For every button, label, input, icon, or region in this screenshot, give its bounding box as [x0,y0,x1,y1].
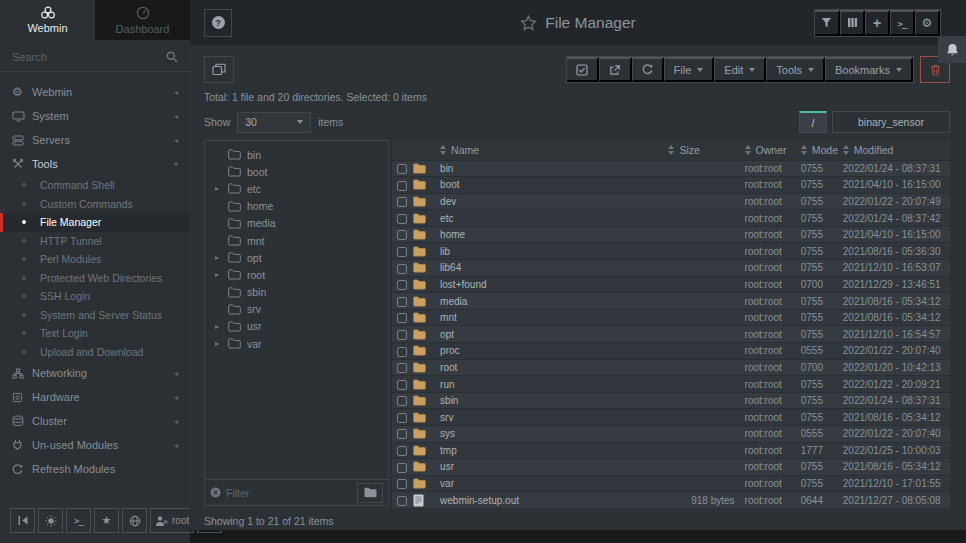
check-square-button[interactable] [567,57,599,82]
tree-item-usr[interactable]: ▸usr [205,318,388,335]
sidebar-item-command-shell[interactable]: Command Shell [0,176,190,195]
tree-item-root[interactable]: ▸root [205,266,388,283]
sidebar-item-servers[interactable]: Servers◂ [0,128,190,152]
expand-caret-icon[interactable]: ▸ [215,339,228,348]
cell-name[interactable]: proc [440,343,668,360]
tree-filter-input[interactable] [226,487,352,499]
tree-item-sbin[interactable]: sbin [205,284,388,301]
sort-icon[interactable] [801,145,807,155]
row-checkbox[interactable] [397,280,407,290]
row-checkbox[interactable] [397,264,407,274]
table-row[interactable]: optroot:root07552021/12/10 - 16:54:57 [392,326,950,343]
table-row[interactable]: mntroot:root07552021/08/16 - 05:34:12 [392,309,950,326]
row-checkbox[interactable] [397,496,407,506]
table-row[interactable]: sbinroot:root07552022/01/24 - 08:37:31 [392,392,950,409]
help-button[interactable]: ? [204,9,232,37]
row-checkbox[interactable] [397,247,407,257]
cell-name[interactable]: home [440,226,668,243]
sidebar-item-text-login[interactable]: Text Login [0,324,190,343]
tree-item-srv[interactable]: srv [205,301,388,318]
row-checkbox[interactable] [397,214,407,224]
tree-folder-button[interactable] [357,483,383,503]
tree-item-bin[interactable]: bin [205,146,388,163]
refresh-button[interactable] [632,57,664,82]
tree-item-mnt[interactable]: mnt [205,232,388,249]
cell-name[interactable]: sys [440,426,668,443]
tree-item-var[interactable]: ▸var [205,335,388,352]
row-checkbox[interactable] [397,197,407,207]
show-count-select[interactable]: 30 [237,112,311,133]
root-path-button[interactable]: / [799,111,827,133]
expand-caret-icon[interactable]: ▸ [215,322,228,331]
cell-name[interactable]: lib [440,243,668,260]
cell-name[interactable]: var [440,475,668,492]
tab-webmin[interactable]: Webmin [0,0,95,40]
cell-name[interactable]: root [440,359,668,376]
filter-button[interactable] [815,10,840,36]
column-header-name[interactable]: Name [440,140,668,160]
copy-icon-button[interactable] [204,56,234,83]
sidebar-item-ssh-login[interactable]: SSH Login [0,287,190,306]
table-row[interactable]: usrroot:root07552021/08/16 - 05:34:12 [392,459,950,476]
menu-tools[interactable]: Tools [766,57,825,82]
cell-name[interactable]: mnt [440,309,668,326]
sidebar-item-file-manager[interactable]: File Manager [0,213,190,232]
cell-name[interactable]: dev [440,193,668,210]
table-row[interactable]: rootroot:root07002022/01/20 - 10:42:13 [392,359,950,376]
table-row[interactable]: lib64root:root07552021/12/10 - 16:53:07 [392,260,950,277]
terminal-button[interactable]: >_ [66,508,91,533]
table-row[interactable]: binroot:root07552022/01/24 - 08:37:31 [392,160,950,177]
row-checkbox[interactable] [397,297,407,307]
collapse-sidebar-button[interactable] [10,508,35,533]
table-row[interactable]: bootroot:root07552021/04/10 - 16:15:00 [392,177,950,194]
sort-icon[interactable] [668,145,674,155]
clear-filter-icon[interactable] [210,487,221,498]
cell-name[interactable]: media [440,293,668,310]
table-row[interactable]: procroot:root05552022/01/22 - 20:07:40 [392,343,950,360]
table-row[interactable]: runroot:root07552022/01/22 - 20:09:21 [392,376,950,393]
sidebar-item-hardware[interactable]: Hardware◂ [0,385,190,409]
table-row[interactable]: homeroot:root07552021/04/10 - 16:15:00 [392,226,950,243]
cell-name[interactable]: run [440,376,668,393]
file-search-input[interactable] [832,111,950,133]
expand-caret-icon[interactable]: ▸ [215,253,228,262]
row-checkbox[interactable] [397,181,407,191]
cell-name[interactable]: srv [440,409,668,426]
row-checkbox[interactable] [397,429,407,439]
menu-edit[interactable]: Edit [714,57,766,82]
cell-name[interactable]: boot [440,177,668,194]
table-row[interactable]: sysroot:root05552022/01/22 - 20:07:40 [392,426,950,443]
cell-name[interactable]: etc [440,210,668,227]
expand-caret-icon[interactable]: ▸ [215,184,228,193]
table-row[interactable]: etcroot:root07552022/01/24 - 08:37:42 [392,210,950,227]
notifications-tab[interactable] [938,36,966,63]
share-button[interactable] [599,57,632,82]
row-checkbox[interactable] [397,479,407,489]
search-icon[interactable] [166,51,178,63]
tree-item-etc[interactable]: ▸etc [205,180,388,197]
cell-name[interactable]: lost+found [440,276,668,293]
table-row[interactable]: devroot:root07552022/01/22 - 20:07:49 [392,193,950,210]
tree-item-home[interactable]: home [205,198,388,215]
sun-button[interactable] [38,508,63,533]
table-row[interactable]: webmin-setup.out918 bytesroot:root064420… [392,492,950,509]
sidebar-item-refresh-modules[interactable]: Refresh Modules [0,457,190,481]
cell-name[interactable]: usr [440,459,668,476]
table-row[interactable]: tmproot:root17772022/01/25 - 10:00:03 [392,442,950,459]
star-button[interactable]: ★ [94,508,119,533]
cell-name[interactable]: bin [440,160,668,177]
terminal-button[interactable]: >_ [890,10,915,36]
sidebar-item-perl-modules[interactable]: Perl Modules [0,250,190,269]
cell-name[interactable]: tmp [440,442,668,459]
cell-name[interactable]: sbin [440,392,668,409]
gear-button[interactable]: ⚙ [915,10,940,36]
column-header-mode[interactable]: Mode [801,140,843,160]
tree-item-boot[interactable]: boot [205,163,388,180]
sidebar-item-tools[interactable]: Tools▾ [0,152,190,176]
columns-button[interactable] [840,10,865,36]
sidebar-item-webmin[interactable]: ⚙Webmin◂ [0,80,190,104]
sort-icon[interactable] [745,145,751,155]
column-header-modified[interactable]: Modified [843,140,950,160]
tab-dashboard[interactable]: Dashboard [95,0,190,40]
plus-button[interactable]: + [865,10,890,36]
